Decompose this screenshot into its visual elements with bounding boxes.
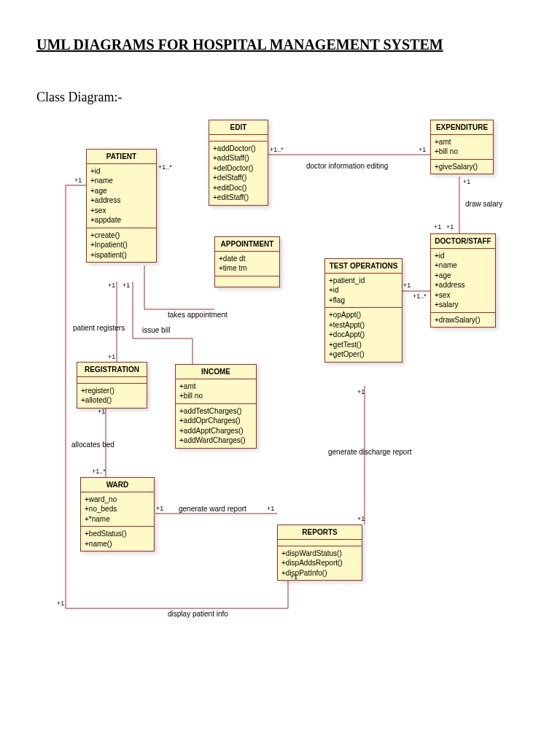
class-name: DOCTOR/STAFF [431,234,495,249]
class-name: EDIT [209,120,268,135]
op: +register() [81,386,143,396]
op: +addStaff() [213,153,264,163]
mult: +1 [156,505,163,512]
attr: +name [90,176,152,186]
mult: +1 [57,600,64,607]
attr: +patient_id [329,276,398,286]
class-ward: WARD +ward_no +no_beds +*name +bedStatus… [80,477,155,551]
class-name: INCOME [176,365,256,379]
op: +create() [90,231,152,241]
op: +dispAddsReport() [281,558,358,568]
op: +bedStatus() [85,529,150,539]
attr: +amt [179,382,252,392]
mult: +1 [267,505,274,512]
attr: +id [329,285,398,295]
class-patient: PATIENT +id +name +age +address +sex +ap… [86,149,157,263]
op: +getOper() [329,349,398,360]
op: +delDoctor() [213,163,264,174]
op: +dispWardStatus() [281,549,358,559]
op: +delStaff() [213,173,264,183]
mult: +1 [122,282,130,289]
class-name: REGISTRATION [77,363,147,377]
attr: +no_beds [85,504,150,514]
mult: +1 [419,146,426,153]
op: +addApptCharges() [179,426,252,436]
label-generate-ward-report: generate ward report [179,505,246,513]
attr: +ward_no [85,495,150,505]
mult: +1 [463,178,470,185]
op: +editStaff() [213,193,264,203]
class-doctorstaff: DOCTOR/STAFF +id +name +age +address +se… [430,233,496,328]
label-patient-registers: patient registers [73,324,125,332]
attr: +bill no [435,147,489,157]
mult: +1 [357,515,365,522]
op: +name() [85,539,150,549]
label-draw-salary: draw salary [465,200,502,208]
label-generate-discharge-report: generate discharge report [328,448,412,456]
mult: +1 [108,353,115,360]
mult: +1 [357,388,365,395]
op: +addWardCharges() [179,436,252,446]
op: +ispatient() [90,250,152,260]
label-takes-appointment: takes appointment [168,311,228,319]
class-name: PATIENT [87,150,156,164]
op: +testAppt() [329,320,398,330]
class-appointment: APPOINTMENT +date dt +time tm [214,236,280,287]
op: +alloted() [81,395,143,406]
attr: +name [435,260,491,271]
attr: +appdate [90,215,152,225]
label-issue-bill: issue bill [142,326,170,334]
label-allocates-bed: allocates bed [71,441,114,449]
label-doctor-info-editing: doctor information editing [306,162,388,170]
attr: +amt [435,137,489,147]
op: +opAppt() [329,310,398,320]
attr: +id [90,166,152,177]
attr: +date dt [219,254,276,264]
mult: +1 [403,282,411,289]
mult: +1..* [413,293,427,300]
mult: +1 [74,177,82,184]
diagram-canvas: PATIENT +id +name +age +address +sex +ap… [36,120,503,645]
label-display-patient-info: display patient info [168,610,228,618]
attr: +id [435,251,491,261]
mult: +1..* [270,146,284,153]
op: +editDoc() [213,183,264,193]
class-name: EXPENDITURE [431,120,493,135]
class-name: APPOINTMENT [215,237,279,252]
attr: +sex [90,206,152,216]
mult: +1 [434,223,441,231]
attr: +salary [435,300,491,310]
op: +addDoctor() [213,144,264,154]
attr: +*name [85,514,150,525]
op: +getTest() [329,340,398,350]
class-testops: TEST OPERATIONS +patient_id +id +flag +o… [324,258,402,363]
class-edit: EDIT +addDoctor() +addStaff() +delDoctor… [209,120,268,206]
mult: +1 [290,573,298,581]
op: +drawSalary() [435,315,491,325]
page-title: UML DIAGRAMS FOR HOSPITAL MANAGEMENT SYS… [36,36,524,53]
mult: +1..* [92,468,106,475]
mult: +1 [108,282,115,289]
class-registration: REGISTRATION +register() +alloted() [77,362,147,409]
attr: +bill no [179,391,252,401]
attr: +flag [329,295,398,306]
attr: +address [90,196,152,206]
op: +addTestCharges() [179,406,252,417]
class-name: TEST OPERATIONS [325,259,402,274]
mult: +1 [98,408,105,415]
attr: +time tm [219,263,276,274]
op: +giveSalary() [435,162,489,172]
op: +addOprCharges() [179,416,252,426]
class-expenditure: EXPENDITURE +amt +bill no +giveSalary() [430,120,494,174]
mult: +1 [446,223,454,231]
attr: +age [90,186,152,196]
mult: +1..* [158,163,172,171]
op: +docAppt() [329,330,398,340]
class-name: REPORTS [278,525,362,540]
op: +Inpatient() [90,240,152,250]
class-reports: REPORTS +dispWardStatus() +dispAddsRepor… [277,525,362,581]
attr: +age [435,271,491,281]
attr: +sex [435,290,491,301]
diagram-subtitle: Class Diagram:- [36,90,524,105]
class-income: INCOME +amt +bill no +addTestCharges() +… [175,364,257,449]
